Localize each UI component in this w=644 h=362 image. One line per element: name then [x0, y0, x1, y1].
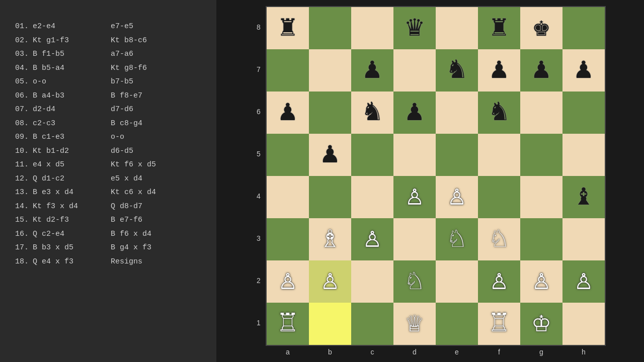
square-h6[interactable] [562, 92, 605, 134]
square-b4[interactable] [309, 176, 351, 218]
black-queen-d8[interactable]: ♛ [406, 14, 424, 43]
black-pawn-b5[interactable]: ♟ [321, 140, 339, 169]
square-f7[interactable]: ♟ [478, 49, 520, 92]
black-pawn-c7[interactable]: ♟ [364, 56, 381, 85]
square-h1[interactable] [562, 303, 605, 345]
black-pawn-d6[interactable]: ♟ [406, 98, 424, 127]
square-a6[interactable]: ♟ [267, 92, 309, 134]
square-e1[interactable] [436, 303, 478, 345]
white-knight-d2[interactable]: ♘ [406, 267, 424, 296]
square-f6[interactable]: ♞ [478, 92, 520, 134]
square-h3[interactable] [562, 218, 605, 260]
white-knight-e3[interactable]: ♘ [448, 225, 466, 254]
black-bishop-h4[interactable]: ♝ [575, 183, 593, 212]
chess-board[interactable]: ♜♛♜♚♟♞♟♟♟♟♞♟♞♟♙♙♝♗♙♘♘♙♙♘♙♙♙♖♕♖♔ [266, 6, 606, 346]
square-h4[interactable]: ♝ [562, 176, 605, 218]
square-f8[interactable]: ♜ [478, 7, 520, 49]
white-pawn-a2[interactable]: ♙ [279, 267, 297, 296]
black-pawn-g7[interactable]: ♟ [533, 56, 550, 85]
white-rook-f1[interactable]: ♖ [491, 309, 508, 338]
square-c1[interactable] [351, 303, 393, 345]
square-d1[interactable]: ♕ [393, 303, 436, 345]
square-g3[interactable] [520, 218, 562, 260]
square-a8[interactable]: ♜ [267, 7, 309, 49]
square-e8[interactable] [436, 7, 478, 49]
square-g6[interactable] [520, 92, 562, 134]
square-a1[interactable]: ♖ [267, 303, 309, 345]
black-king-g8[interactable]: ♚ [533, 14, 550, 43]
square-c8[interactable] [351, 7, 393, 49]
square-d5[interactable] [393, 134, 436, 176]
square-b2[interactable]: ♙ [309, 260, 351, 303]
square-g1[interactable]: ♔ [520, 303, 562, 345]
square-e7[interactable]: ♞ [436, 49, 478, 92]
square-b5[interactable]: ♟ [309, 134, 351, 176]
square-d4[interactable]: ♙ [393, 176, 436, 218]
white-pawn-b2[interactable]: ♙ [321, 267, 339, 296]
square-g7[interactable]: ♟ [520, 49, 562, 92]
square-f3[interactable]: ♘ [478, 218, 520, 260]
square-b1[interactable] [309, 303, 351, 345]
move-number: 01. [15, 20, 33, 33]
square-d8[interactable]: ♛ [393, 7, 436, 49]
black-pawn-h7[interactable]: ♟ [575, 56, 593, 85]
square-f5[interactable] [478, 134, 520, 176]
square-c2[interactable] [351, 260, 393, 303]
square-b6[interactable] [309, 92, 351, 134]
square-h2[interactable]: ♙ [562, 260, 605, 303]
square-b8[interactable] [309, 7, 351, 49]
square-a3[interactable] [267, 218, 309, 260]
white-pawn-f2[interactable]: ♙ [491, 267, 508, 296]
square-e5[interactable] [436, 134, 478, 176]
black-rook-a8[interactable]: ♜ [279, 14, 297, 43]
square-c4[interactable] [351, 176, 393, 218]
rank-label: 5 [255, 133, 263, 175]
square-h7[interactable]: ♟ [562, 49, 605, 92]
black-pawn-a6[interactable]: ♟ [279, 98, 297, 127]
square-a5[interactable] [267, 134, 309, 176]
square-g4[interactable] [520, 176, 562, 218]
black-knight-c6[interactable]: ♞ [364, 98, 381, 127]
square-a7[interactable] [267, 49, 309, 92]
square-f2[interactable]: ♙ [478, 260, 520, 303]
square-c6[interactable]: ♞ [351, 92, 393, 134]
square-b3[interactable]: ♗ [309, 218, 351, 260]
square-a4[interactable] [267, 176, 309, 218]
square-e4[interactable]: ♙ [436, 176, 478, 218]
move-number: 13. [15, 186, 33, 199]
square-d6[interactable]: ♟ [393, 92, 436, 134]
square-g5[interactable] [520, 134, 562, 176]
square-a2[interactable]: ♙ [267, 260, 309, 303]
white-pawn-g2[interactable]: ♙ [533, 267, 550, 296]
square-h8[interactable] [562, 7, 605, 49]
white-pawn-c3[interactable]: ♙ [364, 225, 381, 254]
black-pawn-f7[interactable]: ♟ [491, 56, 508, 85]
white-pawn-e4[interactable]: ♙ [448, 183, 466, 212]
square-e6[interactable] [436, 92, 478, 134]
white-king-g1[interactable]: ♔ [533, 309, 550, 338]
white-queen-d1[interactable]: ♕ [406, 309, 424, 338]
square-d2[interactable]: ♘ [393, 260, 436, 303]
black-rook-f8[interactable]: ♜ [491, 14, 508, 43]
square-d3[interactable] [393, 218, 436, 260]
square-e2[interactable] [436, 260, 478, 303]
square-g8[interactable]: ♚ [520, 7, 562, 49]
black-knight-f6[interactable]: ♞ [491, 98, 508, 127]
square-e3[interactable]: ♘ [436, 218, 478, 260]
white-pawn-h2[interactable]: ♙ [575, 267, 593, 296]
square-f4[interactable] [478, 176, 520, 218]
square-c7[interactable]: ♟ [351, 49, 393, 92]
square-f1[interactable]: ♖ [478, 303, 520, 345]
move-white: o-o [33, 75, 111, 88]
white-knight-f3[interactable]: ♘ [491, 225, 508, 254]
square-g2[interactable]: ♙ [520, 260, 562, 303]
white-rook-a1[interactable]: ♖ [279, 309, 297, 338]
square-c3[interactable]: ♙ [351, 218, 393, 260]
square-c5[interactable] [351, 134, 393, 176]
square-h5[interactable] [562, 134, 605, 176]
white-pawn-d4[interactable]: ♙ [406, 183, 424, 212]
white-bishop-b3[interactable]: ♗ [321, 225, 339, 254]
black-knight-e7[interactable]: ♞ [448, 56, 466, 85]
square-b7[interactable] [309, 49, 351, 92]
square-d7[interactable] [393, 49, 436, 92]
